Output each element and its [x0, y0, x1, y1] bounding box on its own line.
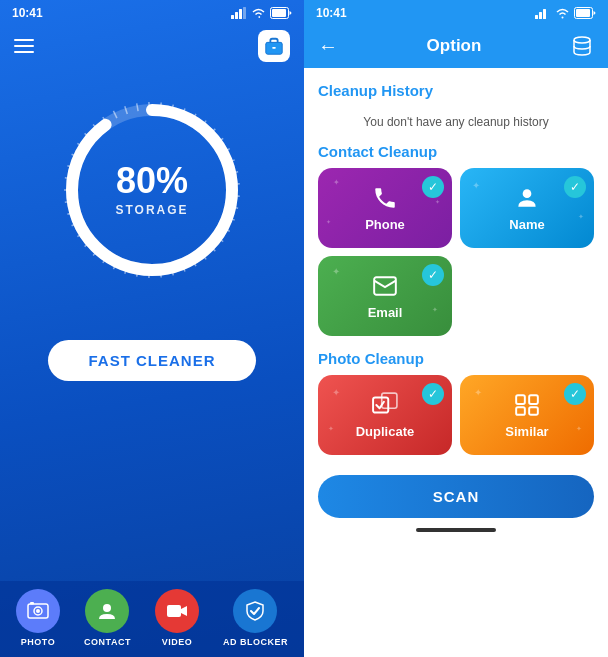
storage-label: STORAGE: [115, 203, 188, 217]
phone-icon: [372, 185, 398, 211]
back-button[interactable]: ←: [318, 35, 338, 58]
check-shield-icon: [244, 600, 266, 622]
similar-label: Similar: [505, 424, 548, 439]
bottom-nav: PHOTO CONTACT VIDEO: [0, 581, 304, 657]
photo-cleanup-grid: ✦ ✦ ✓ Duplicate ✦ ✦ ✓: [318, 375, 594, 455]
svg-point-58: [36, 609, 40, 613]
cleanup-history-title: Cleanup History: [318, 82, 594, 99]
bottom-bar: [416, 528, 496, 532]
photo-nav-circle: [16, 589, 60, 633]
duplicate-check: ✓: [422, 383, 444, 405]
svg-rect-74: [529, 395, 538, 404]
storage-info: 80% STORAGE: [115, 163, 188, 217]
nav-adblocker[interactable]: AD BLOCKER: [223, 589, 288, 647]
video-nav-circle: [155, 589, 199, 633]
option-header: ← Option: [304, 26, 608, 68]
nav-photo[interactable]: PHOTO: [16, 589, 60, 647]
right-panel: 10:41 ← Option: [304, 0, 608, 657]
email-check: ✓: [422, 264, 444, 286]
wifi-icon-right: [555, 7, 570, 19]
email-icon: [372, 273, 398, 299]
status-icons-left: [231, 7, 292, 19]
svg-rect-2: [239, 9, 242, 19]
adblocker-label: AD BLOCKER: [223, 637, 288, 647]
time-right: 10:41: [316, 6, 347, 20]
svg-rect-63: [539, 12, 542, 19]
svg-rect-76: [529, 407, 538, 415]
svg-rect-3: [243, 7, 246, 19]
svg-rect-59: [30, 602, 34, 605]
nav-video[interactable]: VIDEO: [155, 589, 199, 647]
contact-cleanup-title: Contact Cleanup: [318, 143, 594, 160]
battery-icon: [270, 7, 292, 19]
card-phone[interactable]: ✦ ✦ ✦ ✓ Phone: [318, 168, 452, 248]
status-icons-right: [535, 7, 596, 19]
option-title: Option: [427, 36, 482, 56]
svg-rect-1: [235, 12, 238, 19]
svg-rect-67: [576, 9, 590, 17]
nav-contact[interactable]: CONTACT: [84, 589, 131, 647]
contact-icon: [96, 600, 118, 622]
svg-rect-8: [272, 47, 276, 49]
card-similar[interactable]: ✦ ✦ ✓ Similar: [460, 375, 594, 455]
svg-rect-72: [382, 393, 397, 408]
photo-cleanup-title: Photo Cleanup: [318, 350, 594, 367]
card-email[interactable]: ✦ ✦ ✓ Email: [318, 256, 452, 336]
phone-check: ✓: [422, 176, 444, 198]
signal-icon: [231, 7, 247, 19]
svg-point-60: [103, 604, 111, 612]
svg-point-68: [574, 37, 590, 43]
contact-nav-circle: [85, 589, 129, 633]
storage-circle: 80% STORAGE: [52, 90, 252, 290]
duplicate-label: Duplicate: [356, 424, 415, 439]
svg-point-65: [562, 17, 564, 19]
card-duplicate[interactable]: ✦ ✦ ✓ Duplicate: [318, 375, 452, 455]
card-name[interactable]: ✦ ✦ ✓ Name: [460, 168, 594, 248]
video-label: VIDEO: [162, 637, 193, 647]
email-label: Email: [368, 305, 403, 320]
cleanup-history-empty: You don't have any cleanup history: [318, 107, 594, 143]
database-icon: [570, 34, 594, 58]
status-bar-right: 10:41: [304, 0, 608, 26]
similar-check: ✓: [564, 383, 586, 405]
video-icon: [166, 600, 188, 622]
briefcase-icon: [264, 36, 284, 56]
signal-icon-right: [535, 7, 551, 19]
status-bar-left: 10:41: [0, 0, 304, 26]
hamburger-menu[interactable]: [14, 39, 34, 53]
similar-icon: [514, 392, 540, 418]
battery-icon-right: [574, 7, 596, 19]
svg-rect-75: [516, 407, 525, 415]
person-icon: [514, 185, 540, 211]
svg-rect-0: [231, 15, 234, 19]
contact-cleanup-grid: ✦ ✦ ✦ ✓ Phone ✦ ✦ ✓: [318, 168, 594, 336]
time-left: 10:41: [12, 6, 43, 20]
name-label: Name: [509, 217, 544, 232]
contact-label: CONTACT: [84, 637, 131, 647]
svg-rect-61: [167, 605, 181, 617]
svg-rect-73: [516, 395, 525, 404]
top-nav-left: [0, 26, 304, 70]
svg-rect-62: [535, 15, 538, 19]
svg-rect-5: [272, 9, 286, 17]
name-check: ✓: [564, 176, 586, 198]
adblocker-nav-circle: [233, 589, 277, 633]
scan-button[interactable]: SCAN: [318, 475, 594, 518]
app-icon-left: [258, 30, 290, 62]
storage-percentage: 80%: [115, 163, 188, 199]
svg-point-69: [523, 189, 532, 198]
svg-rect-64: [543, 9, 546, 19]
duplicate-icon: [372, 392, 398, 418]
photo-icon: [27, 600, 49, 622]
phone-label: Phone: [365, 217, 405, 232]
right-content: Cleanup History You don't have any clean…: [304, 68, 608, 657]
left-panel: 10:41: [0, 0, 304, 657]
photo-label: PHOTO: [21, 637, 55, 647]
wifi-icon: [251, 7, 266, 19]
fast-cleaner-button[interactable]: FAST CLEANER: [48, 340, 255, 381]
